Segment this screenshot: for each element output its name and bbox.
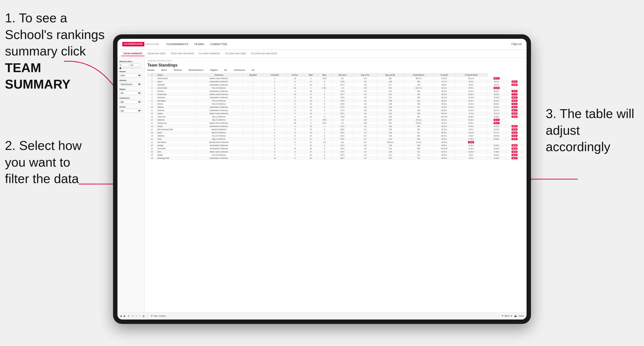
slider-thumb (120, 67, 122, 69)
points-badge: 49.27 (512, 135, 518, 137)
min-roundtrip-row (120, 63, 142, 67)
points-badge: 69.21 (512, 96, 518, 99)
toolbar-back[interactable]: ◀ (120, 315, 122, 317)
tab-team-h2h-grid[interactable]: TEAM H2H GRID (146, 51, 168, 56)
nav-links: TOURNAMENTS TEAMS COMMITTEE (166, 43, 511, 46)
logo-area: SCOREBOARD Powered by clippi (122, 42, 159, 46)
points-badge: 60.23 (512, 103, 518, 105)
gender-filter-label: Gender (120, 70, 142, 73)
points-badge: 59.34 (512, 132, 518, 134)
filter-display-row: Gender: Men's Division: NCAA Division I … (148, 69, 524, 71)
table-row: 17East Tennessee StateSouthern Conferenc… (148, 128, 524, 131)
points-badge: 40.56 (512, 128, 518, 131)
table-row: 1North CarolinaAtlantic Coast Conference… (148, 77, 524, 80)
sidebar-filters: Minimum Rou... Gender Men's Women's Divi… (118, 58, 144, 312)
nav-tournaments[interactable]: TOURNAMENTS (166, 43, 188, 46)
nav-teams[interactable]: TEAMS (194, 43, 204, 46)
gender-select[interactable]: Men's Women's (120, 73, 142, 77)
col-wins: Wins (318, 73, 332, 77)
standings-title: Team Standings (148, 63, 524, 67)
instruction-2: 2. Select how you want to filter the dat… (5, 137, 82, 187)
conference-filter-label: Conference (120, 97, 142, 99)
tab-player-summary[interactable]: PLAYER SUMMARY (197, 51, 222, 56)
col-overall-record: Overall Record (404, 73, 434, 77)
toolbar-refresh[interactable]: ↻ (128, 315, 130, 317)
table-row: 16FloridaSoutheastern Conference-7924427… (148, 125, 524, 128)
table-row: 4Arizona StatePac-12 Conference-1264274.… (148, 86, 524, 90)
points-badge: 89.11 (494, 77, 500, 79)
table-row: 20TexasBig 12 Conference-38270278.5-0.71… (148, 137, 524, 141)
min-roundtrip-label: Minimum Rou... (120, 60, 142, 63)
sub-nav: TEAM SUMMARY TEAM H2H GRID TEAM H2H HEAT… (118, 50, 526, 58)
toolbar-sep (148, 314, 148, 318)
table-area: Update time: 27/03/2024 16:56:26 Team St… (144, 58, 526, 312)
conference-select[interactable]: (All) (120, 100, 142, 104)
table-row: 15Georgia TechAtlantic Coast Conference-… (148, 122, 524, 125)
table-row: 26Mississippi StateSoutheastern Conferen… (148, 157, 524, 160)
table-row: 22GeorgiaSoutheastern Conference-8721127… (148, 144, 524, 147)
col-vs-top-25: Vs Top 25 (434, 73, 454, 77)
table-row: 12VirginiaAtlantic Coast Conference-3824… (148, 112, 524, 115)
table-row: 10AlabamaSoutheastern Conference-5823327… (148, 106, 524, 109)
points-badge: 50.47 (494, 122, 500, 124)
update-time: Update time: 27/03/2024 16:56:26 (148, 60, 524, 62)
points-badge: 48.42 (512, 148, 518, 150)
min-roundtrip-max[interactable] (130, 63, 140, 67)
table-row: 6Florida StateAtlantic Coast Conference-… (148, 93, 524, 96)
col-vs-top-50-points: Vs Top 50 Points (454, 73, 488, 77)
toolbar-bookmark[interactable]: □ (136, 315, 137, 317)
school-select[interactable]: (All) (120, 109, 142, 113)
toolbar-share-small[interactable]: ⇧ (132, 315, 134, 317)
table-row: 5Ole MissSoutheastern Conference-3618127… (148, 90, 524, 93)
table-row: 9ArizonaPac-12 Conference-38223276.3-6.6… (148, 102, 524, 106)
table-row: 2AuburnSoutheastern Conference-19276273.… (148, 80, 524, 83)
min-roundtrip-min[interactable] (120, 63, 129, 67)
school-filter-label: School (120, 106, 142, 108)
tab-player-h2h-heatmap[interactable]: PLAYER H2H HEATMAP (249, 51, 279, 56)
logo-box: SCOREBOARD (122, 42, 144, 46)
points-badge: 42.98 (512, 151, 518, 153)
table-row: 25OregonPac-12 Conference-57210279.5-3.1… (148, 153, 524, 157)
table-header: # School Conference Reg Rank Conf Rank N… (148, 73, 524, 77)
col-reg-rank: Reg Rank (242, 73, 264, 77)
division-select[interactable]: NCAA Division I NCAA Division II (120, 82, 142, 86)
points-badge: 48.54 (512, 144, 518, 147)
col-school: School (156, 73, 195, 77)
points-badge: 80.58 (512, 84, 518, 86)
share-button[interactable]: Share (519, 315, 524, 317)
sign-out[interactable]: | Sign out (511, 43, 522, 45)
points-badge: 60.71 (512, 109, 518, 111)
watch-button[interactable]: 👁 Watch ▼ 📷 Share (502, 315, 524, 317)
toolbar-forward[interactable]: ▶ (124, 315, 126, 317)
col-avg-to-par: Avg. to Par (354, 73, 377, 77)
tab-team-h2h-heatmap[interactable]: TEAM H2H HEATMAP (168, 51, 196, 56)
table-row: 11ArkansasSoutheastern Conference-682232… (148, 109, 524, 112)
toolbar-add[interactable]: + (139, 315, 140, 317)
points-badge: 49.13 (512, 157, 518, 159)
region-select[interactable]: N/A All (120, 91, 142, 95)
view-original[interactable]: 👁 View: Original (151, 315, 166, 317)
col-conference: Conference (195, 73, 243, 77)
points-badge: 63.30 (512, 112, 518, 115)
points-badge: 63.49 (512, 100, 518, 102)
tab-player-h2h-grid[interactable]: PLAYER H2H GRID (223, 51, 248, 56)
points-badge: 60.04 (512, 106, 518, 108)
table-row: 19CaliforniaPac-12 Conference-48242278.2… (148, 134, 524, 137)
table-row: 23Texas A&MSoutheastern Conference-91030… (148, 147, 524, 150)
table-row: 13Texas TechBig 12 Conference-19272276.0… (148, 115, 524, 118)
toolbar-clock[interactable]: ◍ (142, 315, 145, 317)
slider-track (120, 68, 142, 68)
col-no-tour: No Tour (286, 73, 304, 77)
table-body: 1North CarolinaAtlantic Coast Conference… (148, 77, 524, 160)
tablet-frame: SCOREBOARD Powered by clippi TOURNAMENTS… (113, 34, 531, 324)
division-filter-label: Division (120, 79, 142, 81)
col-adj-score: Adj. Score (331, 73, 353, 77)
points-badge: 46.91 (512, 138, 518, 140)
points-badge: 87.21 (512, 80, 518, 83)
main-content: Minimum Rou... Gender Men's Women's Divi… (118, 58, 526, 312)
tab-team-summary[interactable]: TEAM SUMMARY (122, 51, 144, 56)
table-row: 18IllinoisBig Ten Conference-18231279.1-… (148, 131, 524, 134)
points-badge: 48.84 (468, 141, 474, 143)
nav-committee[interactable]: COMMITTEE (210, 43, 228, 46)
col-rank: # (148, 73, 156, 77)
